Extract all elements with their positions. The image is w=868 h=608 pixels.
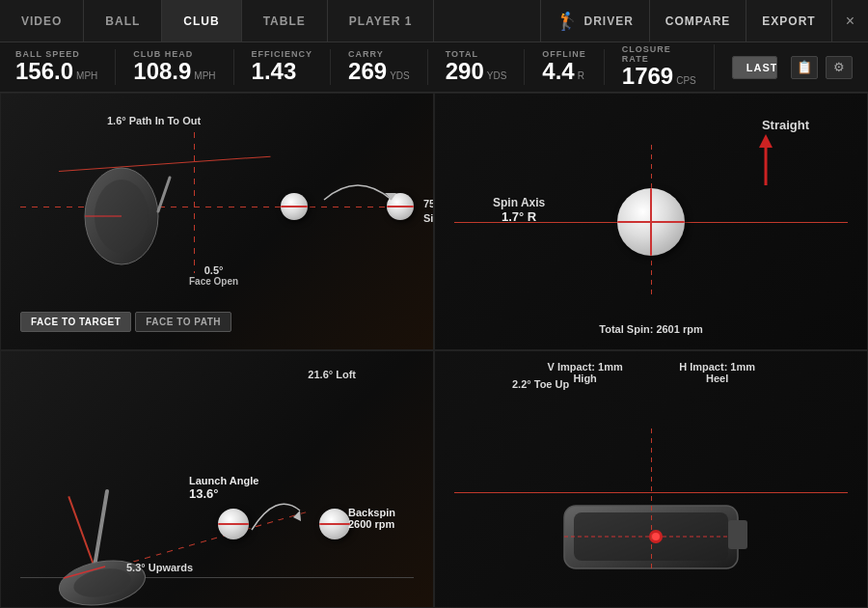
tab-ball[interactable]: BALL	[84, 0, 162, 41]
quadrant-spin-axis: Straight Spin Axis 1.7° R Total Spin: 26…	[434, 93, 868, 350]
app-container: VIDEO BALL CLUB TABLE PLAYER 1 🏌 DRIVER …	[0, 0, 868, 608]
svg-line-2	[158, 178, 170, 211]
ball-arc-arrow	[319, 166, 396, 205]
total-spin-label: Total Spin: 2601 rpm	[599, 323, 702, 335]
stat-carry: CARRY 269 YDS	[348, 49, 428, 84]
stat-club-head: CLUB HEAD 108.9 MPH	[133, 49, 233, 84]
main-content: 75R rpmSidespin 1.6° Path In To Out 0.5°…	[0, 93, 868, 608]
stat-closure-rate: CLOSURE RATE 1769 CPS	[622, 44, 715, 89]
screenshot-icon[interactable]: 📋	[791, 56, 818, 79]
icon-buttons: 📋 ⚙	[791, 56, 853, 79]
loft-annotation: 21.6° Loft	[308, 369, 356, 380]
h-impact-label: H Impact: 1mm Heel	[675, 361, 759, 384]
face-open-annotation: 0.5° Face Open	[189, 264, 238, 287]
spin-ball	[617, 188, 685, 256]
club-head-svg	[78, 158, 175, 274]
straight-label: Straight	[762, 118, 809, 132]
spin-axis-label: Spin Axis 1.7° R	[493, 196, 545, 224]
up-arrow-svg	[751, 132, 780, 190]
quadrant-impact: V Impact: 1mm High H Impact: 1mm Heel 2.…	[434, 350, 868, 608]
top-nav: VIDEO BALL CLUB TABLE PLAYER 1 🏌 DRIVER …	[0, 0, 868, 42]
settings-icon[interactable]: ⚙	[826, 56, 853, 79]
quadrant-face-path: 75R rpmSidespin 1.6° Path In To Out 0.5°…	[0, 93, 434, 350]
stat-offline: OFFLINE 4.4 R	[542, 49, 605, 84]
club-head-loft-svg	[49, 482, 165, 607]
stat-ball-speed: BALL SPEED 156.0 MPH	[15, 49, 116, 84]
svg-rect-18	[728, 520, 747, 549]
tab-video[interactable]: VIDEO	[0, 0, 84, 41]
impact-labels: V Impact: 1mm High H Impact: 1mm Heel	[543, 361, 759, 384]
svg-marker-11	[293, 511, 301, 521]
face-to-path-btn[interactable]: FACE TO PATH	[135, 312, 231, 332]
quadrant-launch-loft: 21.6° Loft Launch Angle 13.6° Backspin 2…	[0, 350, 434, 608]
stat-total: TOTAL 290 YDS	[446, 49, 526, 84]
stats-bar: BALL SPEED 156.0 MPH CLUB HEAD 108.9 MPH…	[0, 42, 868, 93]
export-button[interactable]: EXPORT	[746, 0, 830, 41]
backspin-ball	[319, 509, 350, 539]
upwards-annotation: 5.3° Upwards	[126, 562, 193, 573]
svg-marker-6	[759, 134, 773, 148]
toe-up-annotation: 2.2° Toe Up	[512, 378, 569, 390]
last-avg-toggle: LAST AVERAGE	[732, 56, 777, 79]
svg-point-15	[652, 533, 660, 540]
tab-player1[interactable]: PLAYER 1	[328, 0, 435, 41]
face-to-target-btn[interactable]: FACE TO TARGET	[20, 312, 131, 332]
impact-vertical-line	[651, 428, 652, 569]
driver-club-icon: 🏌	[556, 11, 579, 32]
face-vertical-line	[194, 132, 195, 273]
close-button[interactable]: ×	[831, 0, 868, 41]
ball-near	[281, 193, 308, 220]
launch-ball	[218, 509, 249, 539]
toggle-last[interactable]: LAST	[733, 57, 777, 78]
launch-angle-annotation: Launch Angle 13.6°	[189, 475, 258, 501]
path-annotation: 1.6° Path In To Out	[107, 115, 201, 126]
tab-club[interactable]: CLUB	[162, 0, 241, 41]
face-path-buttons: FACE TO TARGET FACE TO PATH	[20, 312, 231, 332]
sidespin-rpm-q1: 75R rpmSidespin	[423, 197, 434, 227]
backspin-annotation: Backspin 2600 rpm	[348, 507, 395, 530]
driver-selector[interactable]: 🏌 DRIVER	[540, 0, 649, 41]
compare-button[interactable]: COMPARE	[649, 0, 746, 41]
tab-table[interactable]: TABLE	[242, 0, 328, 41]
stat-efficiency: EFFICIENCY 1.43	[252, 49, 332, 84]
